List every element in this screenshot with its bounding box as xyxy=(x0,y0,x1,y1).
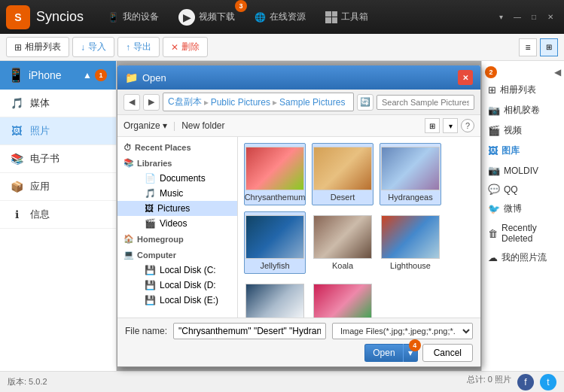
filename-row: File name: Image Files(*.jpg;*.jpeg;*.pn… xyxy=(125,323,473,339)
dialog-actions: Open ▾ 4 Cancel xyxy=(125,344,473,362)
icon-view-btn[interactable]: ⊞ xyxy=(425,118,440,133)
sidebar-item-photos[interactable]: 🖼 照片 xyxy=(0,117,116,145)
qq-icon: 💬 xyxy=(488,184,500,195)
content-area: 📁 Open ✕ ◀ ▶ C盘副本 ▸ Public Pictures ▸ Sa… xyxy=(117,61,481,371)
right-item-album-list[interactable]: ⊞ 相册列表 xyxy=(482,80,564,100)
photo-jellyfish[interactable]: Jellyfish xyxy=(244,211,306,274)
search-input[interactable] xyxy=(377,95,474,110)
minimize-window-btn[interactable]: — xyxy=(510,11,525,23)
photo-lighthouse[interactable]: Lighthouse xyxy=(380,211,441,274)
right-item-moldiv[interactable]: 📷 MOLDIV xyxy=(482,161,564,180)
tree-local-d[interactable]: 💾 Local Disk (D: xyxy=(117,278,237,293)
minimize-btn[interactable]: ▾ xyxy=(493,11,508,23)
tree-local-e[interactable]: 💾 Local Disk (E:) xyxy=(117,293,237,308)
path-part-3[interactable]: Sample Pictures xyxy=(279,97,345,108)
qq-label: QQ xyxy=(504,184,518,195)
import-btn[interactable]: ↓ 导入 xyxy=(72,37,114,57)
ebooks-icon: 📚 xyxy=(9,151,24,166)
view-dropdown-btn[interactable]: ▾ xyxy=(443,118,458,133)
tree-computer[interactable]: 💻 Computer xyxy=(117,247,237,263)
path-part-1[interactable]: C盘副本 xyxy=(168,96,202,108)
open-dropdown-btn[interactable]: ▾ 4 xyxy=(403,344,418,362)
tab-tools[interactable]: 工具箱 xyxy=(316,5,377,29)
camera-roll-icon: 📷 xyxy=(488,105,500,116)
dialog-title: Open xyxy=(142,72,458,84)
organize-btn[interactable]: Organize ▾ xyxy=(123,120,167,131)
info-label: 信息 xyxy=(30,208,50,221)
help-btn[interactable]: ? xyxy=(461,119,474,132)
videos-label: Videos xyxy=(160,218,187,229)
tab-online[interactable]: 🌐 在线资源 xyxy=(245,5,315,29)
maximize-btn[interactable]: □ xyxy=(526,11,541,23)
path-part-2[interactable]: Public Pictures xyxy=(211,97,270,108)
photo-stream-icon: ☁ xyxy=(488,252,498,263)
right-item-gallery[interactable]: 🖼 图库 xyxy=(482,141,564,161)
right-item-qq[interactable]: 💬 QQ xyxy=(482,180,564,199)
videos-icon: 🎬 xyxy=(145,218,156,229)
photo-hydrangeas[interactable]: Hydrangeas xyxy=(380,143,441,205)
tab-device[interactable]: 📱 我的设备 xyxy=(99,5,168,29)
tree-pictures[interactable]: 🖼 Pictures xyxy=(117,201,237,216)
tree-libraries[interactable]: 📚 Libraries xyxy=(117,155,237,171)
list-view-btn[interactable]: ≡ xyxy=(519,38,537,56)
photo-chrysanthemum[interactable]: Chrysanthemum xyxy=(244,143,306,205)
libraries-icon: 📚 xyxy=(123,158,134,168)
disk-e-label: Local Disk (E:) xyxy=(160,295,218,305)
sidebar-item-ebooks[interactable]: 📚 电子书 xyxy=(0,145,116,173)
forward-btn[interactable]: ▶ xyxy=(143,94,160,111)
ebooks-label: 电子书 xyxy=(30,152,59,166)
recent-label: Recent Places xyxy=(135,143,191,152)
close-btn[interactable]: ✕ xyxy=(543,11,558,23)
device-name: iPhone xyxy=(29,69,78,81)
jellyfish-label: Jellyfish xyxy=(260,261,289,270)
twitter-btn[interactable]: t xyxy=(540,374,556,390)
version-label: 版本: 5.0.2 xyxy=(8,376,47,387)
filetype-select[interactable]: Image Files(*.jpg;*.jpeg;*.png;*. xyxy=(332,323,473,339)
view-controls: ⊞ ▾ ? xyxy=(425,118,474,133)
right-item-weibo[interactable]: 🐦 微博 xyxy=(482,199,564,219)
tree-documents[interactable]: 📄 Documents xyxy=(117,171,237,186)
jellyfish-img xyxy=(245,215,304,259)
facebook-btn[interactable]: f xyxy=(517,374,534,390)
photo-desert[interactable]: Desert xyxy=(312,143,373,205)
info-icon: ℹ xyxy=(9,207,24,222)
delete-btn[interactable]: ✕ 删除 xyxy=(163,37,208,57)
right-item-camera-roll[interactable]: 📷 相机胶卷 xyxy=(482,100,564,120)
open-btn[interactable]: Open xyxy=(364,344,402,362)
sidebar-item-apps[interactable]: 📦 应用 xyxy=(0,173,116,201)
sidebar-item-info[interactable]: ℹ 信息 xyxy=(0,201,116,229)
lighthouse-img xyxy=(381,215,440,259)
photo-tulips[interactable]: Tulips xyxy=(312,280,373,318)
sidebar-item-media[interactable]: 🎵 媒体 xyxy=(0,90,116,117)
back-btn[interactable]: ◀ xyxy=(123,94,140,111)
right-item-recently-deleted[interactable]: 🗑 Recently Deleted xyxy=(482,219,564,248)
music-label: Music xyxy=(160,188,183,199)
tree-homegroup[interactable]: 🏠 Homegroup xyxy=(117,231,237,247)
refresh-btn[interactable]: 🔄 xyxy=(357,94,373,111)
right-item-photo-stream[interactable]: ☁ 我的照片流 xyxy=(482,248,564,268)
filename-input[interactable] xyxy=(173,323,326,339)
tree-recent-places[interactable]: ⏱ Recent Places xyxy=(117,140,237,155)
tree-music[interactable]: 🎵 Music xyxy=(117,186,237,201)
app-logo: S xyxy=(6,5,30,29)
right-item-video[interactable]: 🎬 视频 xyxy=(482,120,564,141)
gallery-icon: 🖼 xyxy=(488,145,498,156)
photo-penguins[interactable]: Penguins xyxy=(244,280,306,318)
grid-view-btn[interactable]: ⊞ xyxy=(540,38,558,56)
homegroup-icon: 🏠 xyxy=(123,234,134,244)
photo-koala[interactable]: Koala xyxy=(312,211,373,274)
tree-local-c[interactable]: 💾 Local Disk (C: xyxy=(117,263,237,278)
pictures-label: Pictures xyxy=(157,203,190,214)
cancel-btn[interactable]: Cancel xyxy=(422,344,473,362)
photo-stream-label: 我的照片流 xyxy=(502,251,547,264)
tree-videos[interactable]: 🎬 Videos xyxy=(117,216,237,231)
right-collapse-icon[interactable]: ◀ xyxy=(554,67,561,77)
thumbnail-view-btn[interactable]: ⊞ 相册列表 xyxy=(6,37,69,57)
tab-video-dl[interactable]: ▶ 视频下载 3 xyxy=(169,3,244,32)
device-header[interactable]: 📱 iPhone ▲ 1 xyxy=(0,61,116,90)
dialog-close-btn[interactable]: ✕ xyxy=(458,70,473,85)
num-circle-2: 2 xyxy=(485,66,497,78)
export-btn[interactable]: ↑ 导出 xyxy=(117,37,160,57)
new-folder-btn[interactable]: New folder xyxy=(181,120,224,131)
penguins-img xyxy=(245,284,304,318)
